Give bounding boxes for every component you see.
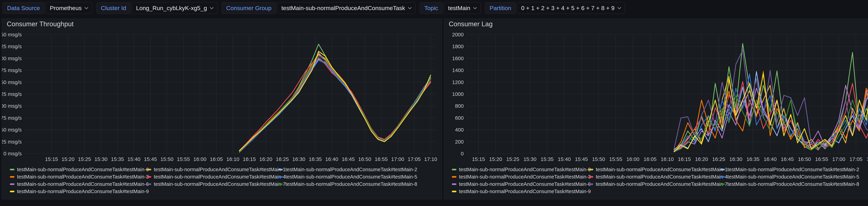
variable-label-consumer-group: Consumer Group — [222, 2, 276, 14]
variable-value-consumer-group[interactable]: testMain-sub-normalProduceAndConsumeTask — [277, 2, 415, 14]
dashboard-variables-toolbar: Data Source Prometheus Cluster Id Long_R… — [3, 2, 625, 14]
legend-item[interactable]: testMain-sub-normalProduceAndConsumeTask… — [452, 166, 589, 173]
chevron-down-icon — [618, 5, 621, 9]
x-axis-tick-label: 15:25 — [78, 156, 91, 162]
legend-item[interactable]: testMain-sub-normalProduceAndConsumeTask… — [278, 180, 439, 188]
legend-series-swatch — [147, 183, 151, 185]
series-line-0 — [239, 44, 431, 152]
legend-series-swatch — [10, 183, 14, 185]
legend-item[interactable]: testMain-sub-normalProduceAndConsumeTask… — [452, 180, 589, 188]
x-axis-tick-label: 16:00 — [626, 156, 639, 162]
legend-item[interactable]: testMain-sub-normalProduceAndConsumeTask… — [452, 188, 589, 195]
legend-item[interactable]: testMain-sub-normalProduceAndConsumeTask… — [720, 166, 868, 173]
panel-title-consumer-throughput[interactable]: Consumer Throughput — [7, 20, 73, 28]
legend-series-swatch — [720, 183, 725, 185]
throughput-legend: testMain-sub-normalProduceAndConsumeTask… — [10, 166, 439, 195]
x-axis-tick-label: 16:50 — [358, 156, 371, 162]
variable-selected-value: Long_Run_cybLkyK-xg5_g — [136, 5, 207, 11]
variable-selected-value: testMain-sub-normalProduceAndConsumeTask — [281, 5, 405, 11]
variable-topic: Topic testMain — [420, 2, 481, 14]
x-axis-tick-label: 16:25 — [712, 156, 725, 162]
x-axis-tick-label: 15:55 — [609, 156, 622, 162]
y-axis-tick-label: 225 msg/s — [2, 44, 22, 49]
series-line-9 — [239, 51, 431, 151]
legend-series-swatch — [589, 169, 593, 170]
x-axis-tick-label: 15:20 — [489, 156, 502, 162]
legend-item[interactable]: testMain-sub-normalProduceAndConsumeTask… — [10, 166, 147, 173]
y-axis-tick-label: 800 — [455, 103, 464, 109]
legend-item[interactable]: testMain-sub-normalProduceAndConsumeTask… — [720, 180, 868, 188]
series-line-8 — [239, 55, 431, 151]
legend-item[interactable]: testMain-sub-normalProduceAndConsumeTask… — [452, 173, 589, 180]
legend-item[interactable]: testMain-sub-normalProduceAndConsumeTask… — [147, 166, 278, 173]
legend-series-swatch — [278, 183, 283, 185]
x-axis-tick-label: 15:45 — [575, 156, 588, 162]
x-axis-tick-label: 15:55 — [177, 156, 190, 162]
panel-consumer-throughput: Consumer Throughput 15:1515:2015:2515:30… — [2, 19, 442, 199]
panel-consumer-lag: Consumer Lag 15:1515:2015:2515:3015:3515… — [444, 19, 868, 199]
variable-value-cluster-id[interactable]: Long_Run_cybLkyK-xg5_g — [132, 2, 217, 14]
y-axis-tick-label: 50 msg/s — [2, 127, 22, 133]
variable-value-topic[interactable]: testMain — [444, 2, 481, 14]
legend-item[interactable]: testMain-sub-normalProduceAndConsumeTask… — [720, 173, 868, 180]
x-axis-tick-label: 16:20 — [259, 156, 272, 162]
legend-series-label: testMain-sub-normalProduceAndConsumeTask… — [154, 181, 286, 187]
legend-series-label: testMain-sub-normalProduceAndConsumeTask… — [727, 167, 859, 173]
x-axis-tick-label: 15:40 — [127, 156, 141, 162]
legend-series-swatch — [589, 176, 593, 178]
variable-cluster-id: Cluster Id Long_Run_cybLkyK-xg5_g — [96, 2, 217, 14]
y-axis-tick-label: 150 msg/s — [2, 79, 22, 85]
legend-series-swatch — [147, 176, 151, 178]
x-axis-tick-label: 17:00 — [832, 156, 845, 162]
variable-value-data-source[interactable]: Prometheus — [45, 2, 92, 14]
legend-item[interactable]: testMain-sub-normalProduceAndConsumeTask… — [147, 173, 278, 180]
legend-series-label: testMain-sub-normalProduceAndConsumeTask… — [596, 167, 727, 173]
legend-item[interactable]: testMain-sub-normalProduceAndConsumeTask… — [10, 180, 147, 188]
x-axis-tick-label: 15:25 — [506, 156, 519, 162]
legend-series-label: testMain-sub-normalProduceAndConsumeTask… — [459, 188, 591, 194]
y-axis-tick-label: 25 msg/s — [2, 139, 22, 145]
x-axis-tick-label: 16:25 — [276, 156, 289, 162]
y-axis-tick-label: 1200 — [452, 79, 464, 85]
legend-series-swatch — [278, 169, 283, 170]
y-axis-tick-label: 125 msg/s — [2, 91, 22, 97]
legend-item[interactable]: testMain-sub-normalProduceAndConsumeTask… — [589, 166, 720, 173]
variable-value-partition[interactable]: 0 + 1 + 2 + 3 + 4 + 5 + 6 + 7 + 8 + 9 — [517, 2, 625, 14]
chevron-down-icon — [85, 5, 88, 9]
x-axis-tick-label: 17:00 — [391, 156, 404, 162]
panel-title-consumer-lag[interactable]: Consumer Lag — [449, 20, 493, 28]
chevron-down-icon — [408, 5, 412, 9]
y-axis-tick-label: 75 msg/s — [2, 115, 22, 121]
legend-series-swatch — [278, 176, 283, 178]
lag-legend: testMain-sub-normalProduceAndConsumeTask… — [452, 166, 868, 195]
x-axis-tick-label: 16:40 — [325, 156, 338, 162]
legend-series-label: testMain-sub-normalProduceAndConsumeTask… — [285, 167, 417, 173]
y-axis-tick-label: 1400 — [452, 67, 464, 73]
variable-selected-value: Prometheus — [50, 5, 82, 11]
x-axis-tick-label: 15:35 — [111, 156, 124, 162]
y-axis-tick-label: 0 msg/s — [3, 151, 22, 156]
legend-item[interactable]: testMain-sub-normalProduceAndConsumeTask… — [589, 173, 720, 180]
legend-series-swatch — [452, 176, 456, 178]
legend-item[interactable]: testMain-sub-normalProduceAndConsumeTask… — [10, 188, 147, 195]
legend-item[interactable]: testMain-sub-normalProduceAndConsumeTask… — [589, 180, 720, 188]
y-axis-tick-label: 600 — [455, 115, 464, 121]
x-axis-tick-label: 16:15 — [243, 156, 256, 162]
legend-item[interactable]: testMain-sub-normalProduceAndConsumeTask… — [147, 180, 278, 188]
x-axis-tick-label: 17:05 — [849, 156, 863, 162]
x-axis-tick-label: 15:20 — [61, 156, 74, 162]
x-axis-tick-label: 16:55 — [375, 156, 388, 162]
x-axis-tick-label: 15:30 — [94, 156, 107, 162]
legend-series-swatch — [147, 169, 151, 170]
variable-consumer-group: Consumer Group testMain-sub-normalProduc… — [222, 2, 415, 14]
x-axis-tick-label: 16:35 — [746, 156, 760, 162]
x-axis-tick-label: 16:05 — [644, 156, 656, 162]
legend-item[interactable]: testMain-sub-normalProduceAndConsumeTask… — [278, 173, 439, 180]
variable-selected-value: testMain — [448, 5, 470, 11]
legend-item[interactable]: testMain-sub-normalProduceAndConsumeTask… — [278, 166, 439, 173]
series-line-3 — [239, 54, 431, 151]
legend-item[interactable]: testMain-sub-normalProduceAndConsumeTask… — [10, 173, 147, 180]
legend-series-label: testMain-sub-normalProduceAndConsumeTask… — [17, 167, 149, 173]
legend-series-swatch — [452, 169, 456, 170]
x-axis-tick-label: 16:30 — [729, 156, 742, 162]
